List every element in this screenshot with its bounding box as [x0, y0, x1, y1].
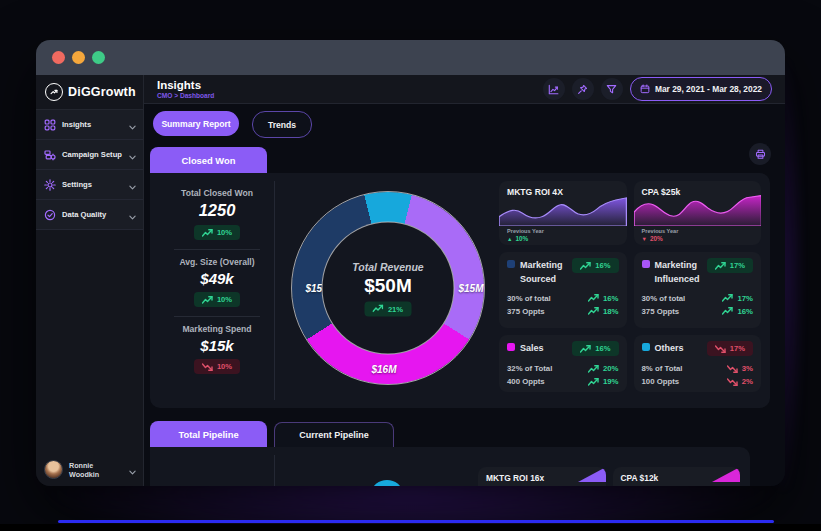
trend-badge: 21%: [365, 301, 411, 316]
sidebar-item-insights[interactable]: Insights: [36, 110, 143, 140]
pin-button[interactable]: [572, 78, 594, 100]
magenta-area-sparkline: [634, 194, 762, 226]
trend-badge: 17%: [707, 258, 753, 273]
chevron-down-icon: [129, 116, 136, 134]
report-tabs: Summary Report Trends: [153, 111, 785, 138]
segment-card-others: Others 17% 8% of Total 3% 100 Oppts: [634, 335, 762, 392]
pipeline-tabs: Total Pipeline Current Pipeline: [150, 421, 785, 447]
pipeline-cpa-card: CPA $12k: [613, 467, 741, 486]
trend-up-icon: [588, 378, 599, 386]
trend-badge: 16%: [572, 341, 618, 356]
sidebar: DiGGrowth Insights Campaign Setup: [36, 75, 144, 486]
trend-up-icon: [715, 262, 726, 270]
trend-badge: 16%: [572, 258, 618, 273]
desk-bottom-strip: [0, 524, 821, 531]
divider: [174, 249, 260, 250]
trend-up-icon: [202, 229, 213, 237]
window-titlebar: [36, 40, 785, 75]
brand-logo: DiGGrowth: [36, 75, 143, 110]
donut-center: Total Revenue $50M 21%: [322, 222, 455, 355]
segment-card-marketing-influenced: Marketing Influenced 17% 30% of total 17…: [634, 252, 762, 328]
purple-swatch-icon: [642, 260, 650, 268]
closed-won-panel: Total Closed Won 1250 10% Avg. Size (Ove…: [150, 173, 770, 408]
donut-label-sales: $16M: [371, 364, 396, 375]
zoom-window-button[interactable]: [92, 51, 105, 64]
chevron-down-icon: [129, 206, 136, 224]
cyan-swatch-icon: [642, 343, 650, 351]
trend-up-icon: [202, 296, 213, 304]
page-title: Insights: [157, 79, 214, 92]
screen-bottom-edge: [58, 520, 774, 523]
revenue-donut-zone: $15M $15M $16M Total Revenue $50M 21%: [275, 181, 499, 400]
date-range-value: Mar 29, 2021 - Mar 28, 2022: [655, 84, 762, 94]
stat-value: $15k: [200, 337, 233, 354]
triangle-up-icon: ▲: [507, 236, 512, 242]
trend-up-icon: [588, 365, 599, 373]
yoy-change: ▲10%: [507, 235, 528, 242]
purple-area-sparkline: [499, 194, 627, 226]
trend-up-icon: [580, 345, 591, 353]
trend-down-icon: [727, 365, 738, 373]
trend-down-icon: [715, 345, 726, 353]
divider: [174, 316, 260, 317]
line-chart-button[interactable]: [543, 78, 565, 100]
tab-trends[interactable]: Trends: [252, 111, 312, 138]
stat-value: $49k: [200, 270, 233, 287]
trend-badge: 17%: [707, 341, 753, 356]
closed-won-cards: MKTG ROI 4X Previous Year ▲10% CPA $25k: [499, 181, 761, 400]
trend-up-icon: [580, 262, 591, 270]
user-menu[interactable]: Ronnie Woodkin: [44, 460, 136, 479]
mktg-roi-card: MKTG ROI 4X Previous Year ▲10%: [499, 181, 627, 245]
purple-corner-sparkline: [578, 467, 606, 482]
tab-total-pipeline[interactable]: Total Pipeline: [150, 421, 267, 447]
minimize-window-button[interactable]: [72, 51, 85, 64]
brand-name: DiGGrowth: [68, 85, 136, 99]
chevron-down-icon: [129, 146, 136, 164]
sidebar-item-campaign-setup[interactable]: Campaign Setup: [36, 140, 143, 170]
trend-down-icon: [202, 363, 213, 371]
triangle-down-icon: ▼: [642, 236, 647, 242]
tab-summary-report[interactable]: Summary Report: [153, 111, 239, 136]
pipeline-mktg-roi-card: MKTG ROI 16x: [478, 467, 606, 486]
tab-closed-won[interactable]: Closed Won: [150, 147, 267, 173]
browser-window: DiGGrowth Insights Campaign Setup: [36, 40, 785, 486]
revenue-donut-chart: $15M $15M $16M Total Revenue $50M 21%: [292, 192, 484, 384]
magenta-corner-sparkline: [712, 467, 740, 482]
gear-icon: [43, 178, 56, 191]
trend-logo-icon: [45, 83, 63, 101]
campaign-icon: [43, 148, 56, 161]
tab-current-pipeline[interactable]: Current Pipeline: [274, 422, 394, 447]
segment-card-marketing-sourced: Marketing Sourced 16% 30% of total 16% 3…: [499, 252, 627, 328]
sidebar-item-settings[interactable]: Settings: [36, 170, 143, 200]
check-circle-icon: [43, 208, 56, 221]
calendar-icon: [640, 84, 650, 94]
close-window-button[interactable]: [52, 51, 65, 64]
print-button[interactable]: [749, 143, 771, 165]
donut-label-marketing-influenced: $15M: [458, 283, 483, 294]
trend-down-icon: [727, 378, 738, 386]
magenta-swatch-icon: [507, 343, 515, 351]
chevron-down-icon: [129, 461, 136, 479]
navy-swatch-icon: [507, 260, 515, 268]
content-area: Summary Report Trends Closed Won Total C…: [144, 104, 785, 486]
trend-badge: 10%: [194, 359, 240, 374]
chevron-down-icon: [129, 176, 136, 194]
yoy-change: ▼20%: [642, 235, 663, 242]
trend-badge: 10%: [194, 225, 240, 240]
cpa-card: CPA $25k Previous Year ▼20%: [634, 181, 762, 245]
trend-up-icon: [722, 294, 733, 302]
trend-up-icon: [588, 307, 599, 315]
pipeline-donut-peek: [372, 480, 402, 486]
grid-icon: [43, 118, 56, 131]
filter-button[interactable]: [601, 78, 623, 100]
sidebar-item-data-quality[interactable]: Data Quality: [36, 200, 143, 230]
breadcrumb: CMO > Dashboard: [157, 92, 214, 99]
page-header: Insights CMO > Dashboard Mar 29: [144, 75, 785, 104]
trend-up-icon: [373, 305, 384, 313]
trend-badge: 10%: [194, 292, 240, 307]
divider: [274, 455, 275, 486]
date-range-picker[interactable]: Mar 29, 2021 - Mar 28, 2022: [630, 77, 772, 101]
closed-won-stats: Total Closed Won 1250 10% Avg. Size (Ove…: [160, 181, 275, 400]
trend-up-icon: [588, 294, 599, 302]
trend-up-icon: [722, 307, 733, 315]
